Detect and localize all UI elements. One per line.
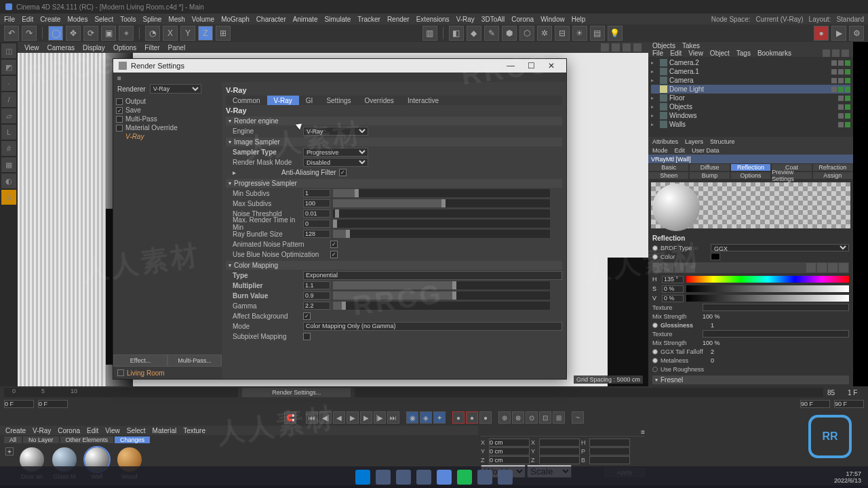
tab-interactive[interactable]: Interactive — [401, 96, 446, 105]
end-frame2[interactable] — [834, 400, 864, 408]
cube-icon[interactable]: ◧ — [449, 26, 464, 41]
tab-takes[interactable]: Takes — [682, 42, 700, 49]
mat-tab-refraction[interactable]: Refraction — [812, 163, 853, 171]
gloss-input[interactable]: 1 — [711, 322, 714, 329]
loop-tool-icon[interactable]: ◔ — [145, 26, 160, 41]
mat-tab-diffuse[interactable]: Diffuse — [689, 163, 730, 171]
key-icon[interactable]: ◈ — [420, 411, 432, 424]
c4d-icon[interactable] — [437, 470, 452, 485]
obj-search-icon[interactable] — [823, 49, 830, 57]
autokey-icon[interactable]: ◉ — [406, 411, 418, 424]
metal-input[interactable]: 0 — [711, 357, 714, 364]
menu-help[interactable]: Help — [572, 16, 586, 23]
view-nav2-icon[interactable] — [612, 43, 620, 52]
ggx-input[interactable]: 2 — [711, 348, 714, 355]
dialog-menu[interactable]: ≡ — [113, 73, 566, 82]
render-settings-button[interactable]: Render Settings... — [242, 388, 351, 397]
next-key-icon[interactable]: |▶ — [374, 411, 386, 424]
asset-icon[interactable]: ▥ — [422, 26, 437, 41]
play-icon[interactable]: ▶ — [347, 411, 359, 424]
tab-overrides[interactable]: Overrides — [358, 96, 401, 105]
affect-bg-checkbox[interactable] — [303, 312, 311, 320]
obj-object[interactable]: Object — [710, 49, 730, 57]
undo-icon[interactable]: ↶ — [4, 26, 19, 41]
burn-slider[interactable] — [333, 291, 550, 300]
menu-spline[interactable]: Spline — [143, 16, 162, 23]
menu-tracker[interactable]: Tracker — [357, 16, 380, 23]
menu-mesh[interactable]: Mesh — [168, 16, 184, 23]
view-view[interactable]: View — [24, 44, 39, 52]
menu-vray[interactable]: V-Ray — [456, 16, 475, 23]
obj-view[interactable]: View — [688, 49, 703, 57]
color-mapping-section[interactable]: Color Mapping — [226, 261, 562, 270]
render-engine-section[interactable]: Render engine — [226, 117, 562, 125]
tab-common[interactable]: Common — [226, 96, 267, 105]
side-multipass[interactable]: Multi-Pass — [125, 115, 157, 123]
start-icon[interactable] — [355, 470, 370, 485]
app-icon[interactable] — [477, 470, 492, 485]
tab-settings[interactable]: Settings — [319, 96, 357, 105]
menu-animate[interactable]: Animate — [293, 16, 318, 23]
end-frame[interactable] — [800, 400, 830, 408]
color-rgb-icon[interactable] — [686, 263, 695, 272]
bulb-icon[interactable]: 💡 — [608, 26, 623, 41]
spotify-icon[interactable] — [457, 470, 472, 485]
attr-edit[interactable]: Edit — [675, 147, 686, 154]
sat-bar[interactable] — [686, 285, 849, 292]
dialog-titlebar[interactable]: Render Settings — ☐ ✕ — [113, 59, 566, 73]
point-mode-icon[interactable]: · — [1, 76, 16, 91]
time-slider[interactable] — [333, 220, 550, 228]
image-sampler-section[interactable]: Image Sampler — [226, 138, 562, 146]
new-material-icon[interactable]: + — [5, 447, 14, 455]
mat-filter-nolayer[interactable]: No Layer — [23, 436, 59, 443]
view-cameras[interactable]: Cameras — [47, 44, 75, 52]
side-matoverride[interactable]: Material Override — [125, 124, 178, 131]
attr-mode[interactable]: Mode — [652, 147, 668, 154]
obj-eye-icon[interactable] — [832, 49, 840, 57]
progressive-section[interactable]: Progressive Sampler — [226, 179, 562, 188]
mat-view[interactable]: View — [105, 427, 120, 434]
mat-filter-all[interactable]: All — [4, 436, 22, 443]
coord-y[interactable] — [489, 447, 530, 455]
tab-vray[interactable]: V-Ray — [267, 96, 299, 105]
mat-tab-preview[interactable]: Preview Settings — [771, 171, 812, 180]
mat-vray[interactable]: V-Ray — [33, 427, 51, 434]
field-icon[interactable]: ✲ — [537, 26, 552, 41]
quantize-icon[interactable]: ◐ — [1, 174, 16, 188]
min-subdivs[interactable]: 1 — [303, 189, 330, 197]
coord-x[interactable] — [489, 439, 530, 447]
obj-file[interactable]: File — [652, 49, 663, 57]
record-icon[interactable]: ● — [814, 26, 829, 41]
first-frame-icon[interactable]: ⏮ — [306, 411, 318, 424]
redo-icon[interactable]: ↷ — [22, 26, 37, 41]
pen-icon[interactable]: ✎ — [484, 26, 499, 41]
preset-name[interactable]: Living Room — [127, 369, 165, 377]
radio-icon[interactable] — [652, 323, 658, 328]
model-mode-icon[interactable]: ◫ — [1, 43, 16, 58]
max-slider[interactable] — [333, 199, 550, 207]
checkbox-icon[interactable] — [116, 116, 123, 123]
color-swatch[interactable] — [711, 253, 720, 260]
renderer-select[interactable]: V-Ray — [150, 84, 201, 94]
mat-tab-bump[interactable]: Bump — [689, 171, 730, 180]
primitive-icon[interactable]: ◆ — [467, 26, 481, 41]
menu-render[interactable]: Render — [387, 16, 410, 23]
view-nav3-icon[interactable] — [623, 43, 631, 52]
mat-filter-other[interactable]: Other Elements — [60, 436, 114, 443]
multipass-button[interactable]: Multi-Pass... — [167, 354, 222, 367]
view-nav4-icon[interactable] — [633, 43, 642, 52]
coord-z[interactable] — [489, 456, 530, 464]
obj-filter-icon[interactable] — [842, 49, 849, 57]
select-tool-icon[interactable]: ◯ — [48, 26, 63, 41]
color-mix-icon[interactable] — [828, 263, 837, 272]
settings-icon[interactable]: ⚙ — [849, 26, 864, 41]
tag-icon[interactable]: ▤ — [590, 26, 605, 41]
menu-character[interactable]: Character — [256, 16, 286, 23]
mix1-input[interactable]: 100 % — [703, 313, 720, 320]
current-frame[interactable]: 1 F — [848, 389, 868, 396]
mat-edit[interactable]: Edit — [87, 427, 98, 434]
snap-icon[interactable]: # — [1, 141, 16, 156]
workplane-icon[interactable]: ▦ — [1, 157, 16, 172]
light-icon[interactable]: ☀ — [572, 26, 587, 41]
search-icon[interactable] — [376, 470, 391, 485]
